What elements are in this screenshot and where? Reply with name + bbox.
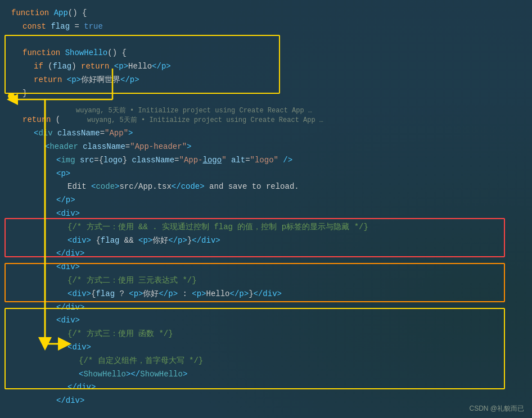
code-line-26: <div> [11,341,532,355]
code-lines: function App() { const flag = true funct… [0,7,532,408]
code-line-3 [11,34,532,47]
code-line-14: Edit <code>src/App.tsx</code> and save t… [11,180,532,194]
code-line-2: const flag = true [11,20,532,34]
blame-inline: wuyang, 5天前 • Initialize project using C… [87,115,323,126]
code-editor: wuyang, 5天前 • Initialize project using C… [0,0,532,418]
code-line-20: <div> [11,261,532,274]
code-line-6: return <p>你好啊世界</p> [11,74,532,87]
code-line-25: {/* 方式三：使用 函数 */} [11,328,532,341]
fn-app: App [54,7,68,20]
code-line-7: } [11,87,532,101]
code-line-23: </div> [11,301,532,315]
code-line-19: </div> [11,247,532,261]
code-line-1: function App() { [11,7,532,20]
code-line-24: <div> [11,314,532,328]
code-line-11: <header className="App-header"> [11,140,532,154]
code-line-27: {/* 自定义组件，首字母大写 */} [11,355,532,368]
code-line-22: <div>{flag ? <p>你好</p> : <p>Hello</p>}</… [11,288,532,301]
code-line-13: <p> [11,167,532,181]
code-line-17: {/* 方式一：使用 && . 实现通过控制 flag 的值，控制 p标签的显示… [11,221,532,234]
kw-function: function [11,7,54,20]
code-line-9: return ( wuyang, 5天前 • Initialize projec… [11,113,532,127]
code-line-16: <div> [11,207,532,221]
code-line-5: if (flag) return <p>Hello</p> [11,60,532,74]
code-line-28: <ShowHello></ShowHello> [11,368,532,381]
code-line-21: {/* 方式二：使用 三元表达式 */} [11,274,532,288]
blame-text: wuyang, 5天前 • Initialize project using C… [76,107,312,115]
code-line-18: <div> {flag && <p>你好</p>}</div> [11,234,532,248]
git-blame-line: wuyang, 5天前 • Initialize project using C… [76,106,312,115]
code-line-29: </div> [11,381,532,394]
code-line-30: </div> [11,394,532,408]
code-line-15: </p> [11,194,532,207]
code-line-4: function ShowHello() { [11,47,532,60]
code-line-12: <img src={logo} className="App-logo" alt… [11,154,532,167]
yellow-dot-indicator [8,93,15,99]
watermark: CSDN @礼貌而已 [469,404,524,414]
code-line-10: <div className="App"> [11,127,532,140]
